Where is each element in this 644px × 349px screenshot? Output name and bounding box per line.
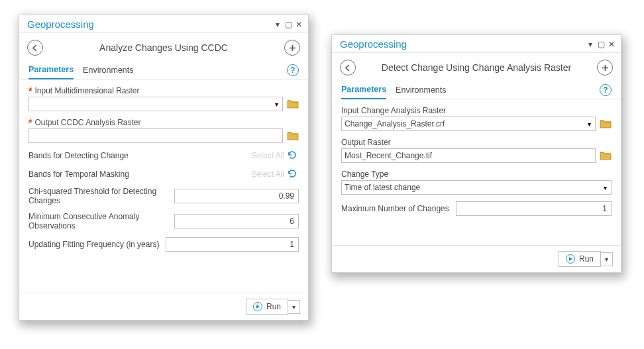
chevron-down-icon: ▾ <box>601 184 610 191</box>
combo-value: Change_Analysis_Raster.crf <box>345 119 445 128</box>
play-icon <box>566 254 575 264</box>
tool-header: Detect Change Using Change Analysis Rast… <box>332 53 621 81</box>
tool-title: Detect Change Using Change Analysis Rast… <box>356 62 597 73</box>
required-icon: * <box>28 119 32 126</box>
window-controls: ▾ ▢ ✕ <box>274 20 303 29</box>
output-raster-input[interactable] <box>341 148 596 163</box>
select-all-link[interactable]: Select All <box>252 151 284 160</box>
run-menu-caret[interactable]: ▾ <box>288 300 300 314</box>
back-button[interactable] <box>27 40 43 56</box>
field-change-type: Change Type Time of latest change ▾ <box>341 170 612 195</box>
label: Updating Fitting Frequency (in years) <box>28 240 159 249</box>
field-min-consec: Minimum Consecutive Anomaly Observations <box>28 212 299 230</box>
geoprocessing-pane-detect-change: Geoprocessing ▾ ▢ ✕ Detect Change Using … <box>331 34 621 273</box>
restore-icon[interactable]: ▢ <box>284 20 292 29</box>
chi-squared-input[interactable] <box>174 189 299 203</box>
add-button[interactable] <box>284 40 300 56</box>
parameters-form: * Input Multidimensional Raster ▾ * Outp… <box>19 79 308 264</box>
field-output-raster: Output Raster <box>341 138 612 163</box>
window-title: Geoprocessing <box>340 38 407 50</box>
label: Maximum Number of Changes <box>341 204 449 213</box>
geoprocessing-pane-ccdc: Geoprocessing ▾ ▢ ✕ Analyze Changes Usin… <box>19 15 309 321</box>
window-title: Geoprocessing <box>27 19 94 30</box>
run-menu-caret[interactable]: ▾ <box>601 252 613 266</box>
label: Minimum Consecutive Anomaly Observations <box>28 212 168 230</box>
required-icon: * <box>28 87 32 94</box>
tab-environments[interactable]: Environments <box>83 62 133 79</box>
browse-button[interactable] <box>600 118 612 130</box>
tool-title: Analyze Changes Using CCDC <box>43 42 284 53</box>
label: Input Change Analysis Raster <box>341 106 446 115</box>
browse-button[interactable] <box>287 98 299 110</box>
label: Output CCDC Analysis Raster <box>34 118 140 127</box>
max-changes-input[interactable] <box>456 201 612 216</box>
label: Chi-squared Threshold for Detecting Chan… <box>28 187 168 205</box>
label: Output Raster <box>341 138 391 147</box>
field-update-freq: Updating Fitting Frequency (in years) <box>28 237 299 252</box>
output-ccdc-input[interactable] <box>28 128 283 143</box>
label: Bands for Temporal Masking <box>28 170 129 179</box>
run-label: Run <box>266 302 281 311</box>
tab-parameters[interactable]: Parameters <box>341 81 386 99</box>
field-max-changes: Maximum Number of Changes <box>341 201 612 216</box>
field-input-car: Input Change Analysis Raster Change_Anal… <box>341 106 612 131</box>
run-label: Run <box>579 254 594 264</box>
input-md-raster-combo[interactable]: ▾ <box>28 97 283 111</box>
chevron-down-icon: ▾ <box>585 121 594 128</box>
label: Bands for Detecting Change <box>28 151 129 160</box>
field-chi-squared: Chi-squared Threshold for Detecting Chan… <box>28 187 299 205</box>
close-icon[interactable]: ✕ <box>608 40 616 49</box>
close-icon[interactable]: ✕ <box>295 20 303 29</box>
tab-parameters[interactable]: Parameters <box>28 61 74 79</box>
restore-icon[interactable]: ▢ <box>597 40 605 49</box>
tool-header: Analyze Changes Using CCDC <box>19 33 308 61</box>
back-button[interactable] <box>340 60 356 75</box>
browse-button[interactable] <box>600 150 612 162</box>
tabs: Parameters Environments ? <box>19 61 308 79</box>
footer: Run ▾ <box>332 245 621 272</box>
window-controls: ▾ ▢ ✕ <box>586 40 616 49</box>
titlebar: Geoprocessing ▾ ▢ ✕ <box>19 15 308 33</box>
field-bands-detecting-change: Bands for Detecting Change Select All <box>28 150 299 162</box>
field-input-md-raster: * Input Multidimensional Raster ▾ <box>28 86 299 111</box>
reset-button[interactable] <box>287 168 299 180</box>
browse-button[interactable] <box>287 130 299 142</box>
tab-environments[interactable]: Environments <box>396 81 446 99</box>
reset-button[interactable] <box>287 150 299 162</box>
run-button[interactable]: Run <box>246 299 288 315</box>
field-bands-temporal-masking: Bands for Temporal Masking Select All <box>28 168 299 180</box>
min-consec-input[interactable] <box>174 214 299 228</box>
label: Change Type <box>341 170 388 179</box>
caret-down-icon[interactable]: ▾ <box>586 40 594 49</box>
add-button[interactable] <box>597 60 613 75</box>
tabs: Parameters Environments ? <box>332 81 621 99</box>
chevron-down-icon: ▾ <box>272 101 281 108</box>
combo-value: Time of latest change <box>345 183 420 192</box>
titlebar: Geoprocessing ▾ ▢ ✕ <box>332 35 621 53</box>
input-car-combo[interactable]: Change_Analysis_Raster.crf ▾ <box>341 117 596 131</box>
play-icon <box>253 302 262 311</box>
run-button[interactable]: Run <box>559 251 601 267</box>
change-type-combo[interactable]: Time of latest change ▾ <box>341 180 612 195</box>
caret-down-icon[interactable]: ▾ <box>274 20 282 29</box>
label: Input Multidimensional Raster <box>34 86 139 95</box>
help-button[interactable]: ? <box>600 84 612 96</box>
footer: Run ▾ <box>19 293 308 320</box>
select-all-link[interactable]: Select All <box>252 170 284 179</box>
parameters-form: Input Change Analysis Raster Change_Anal… <box>332 99 621 228</box>
help-button[interactable]: ? <box>287 64 299 76</box>
update-freq-input[interactable] <box>166 237 299 252</box>
field-output-ccdc: * Output CCDC Analysis Raster <box>28 118 299 143</box>
